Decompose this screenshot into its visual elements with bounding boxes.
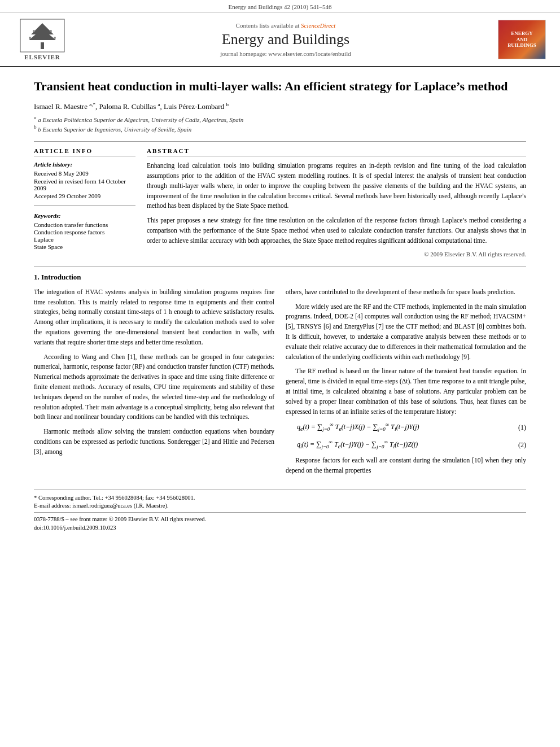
abstract-para-1: Enhancing load calculation tools into bu…: [147, 161, 526, 211]
abstract-body-divider: [34, 267, 526, 267]
journal-title-section: Contents lists available at ScienceDirec…: [79, 22, 492, 57]
abstract-para-2: This paper proposes a new strategy for f…: [147, 216, 526, 246]
elsevier-brand: ELSEVIER: [24, 54, 60, 60]
article-info-abstract: Article Info Article history: Received 8…: [34, 147, 526, 257]
header-divider: [34, 141, 526, 142]
body-two-col: The integration of HVAC systems analysis…: [34, 287, 526, 480]
authors: Ismael R. Maestre a,*, Paloma R. Cubilla…: [34, 102, 526, 111]
abstract-heading: Abstract: [147, 147, 526, 156]
body-para-right-6: Response factors for each wall are const…: [286, 456, 526, 476]
journal-url: journal homepage: www.elsevier.com/locat…: [79, 50, 492, 57]
keywords-label: Keywords:: [34, 212, 135, 219]
body-para-left-1: The integration of HVAC systems analysis…: [34, 287, 274, 348]
email-note: E-mail address: ismael.rodriguez@uca.es …: [34, 503, 526, 509]
affiliations: a a Escuela Politécnica Superior de Alge…: [34, 115, 526, 132]
equation-1-content: qe(t) = ∑j=0∞ Te(t−j)X(j) − ∑j=0∞ Ti(t−j…: [297, 421, 419, 434]
abstract-text: Enhancing load calculation tools into bu…: [147, 161, 526, 246]
corresponding-author-note: * Corresponding author. Tel.: +34 956028…: [34, 495, 526, 501]
svg-rect-2: [41, 42, 44, 49]
svg-point-8: [54, 37, 56, 39]
main-content: Transient heat conduction in multi-layer…: [0, 67, 560, 542]
article-footer: * Corresponding author. Tel.: +34 956028…: [34, 490, 526, 531]
equation-1: qe(t) = ∑j=0∞ Te(t−j)X(j) − ∑j=0∞ Ti(t−j…: [297, 421, 526, 434]
article-info-column: Article Info Article history: Received 8…: [34, 147, 135, 257]
equation-2: qi(t) = ∑j=0∞ Te(t−j)Y(j) − ∑j=0∞ Ti(t−j…: [297, 439, 526, 451]
keyword-3: Laplace: [34, 236, 135, 243]
abstract-copyright: © 2009 Elsevier B.V. All rights reserved…: [147, 251, 526, 257]
svg-point-7: [29, 37, 31, 39]
copyright-notice: 0378-7788/$ – see front matter © 2009 El…: [34, 516, 526, 522]
info-divider: [34, 205, 135, 206]
journal-title: Energy and Buildings: [79, 31, 492, 48]
keyword-1: Conduction transfer functions: [34, 221, 135, 228]
abstract-column: Abstract Enhancing load calculation tool…: [147, 147, 526, 257]
affiliation-a: a a Escuela Politécnica Superior de Alge…: [34, 115, 526, 123]
article-title: Transient heat conduction in multi-layer…: [34, 78, 526, 95]
body-para-left-3: Harmonic methods allow solving the trans…: [34, 427, 274, 457]
section1-title: 1. Introduction: [34, 273, 526, 282]
equation-2-number: (2): [518, 440, 526, 451]
elsevier-logo-section: ELSEVIER: [11, 19, 73, 60]
received-date: Received 8 May 2009: [34, 170, 135, 177]
elsevier-tree-icon: [20, 19, 65, 53]
journal-citation: Energy and Buildings 42 (2010) 541–546: [0, 0, 560, 13]
equation-2-content: qi(t) = ∑j=0∞ Te(t−j)Y(j) − ∑j=0∞ Ti(t−j…: [297, 439, 418, 451]
affiliation-b: b b Escuela Superior de Ingenieros, Univ…: [34, 124, 526, 133]
svg-point-6: [50, 30, 52, 32]
contents-line: Contents lists available at ScienceDirec…: [79, 22, 492, 29]
body-col-right: others, have contributed to the developm…: [286, 287, 526, 480]
svg-point-5: [33, 30, 35, 32]
body-para-right-1: others, have contributed to the developm…: [286, 287, 526, 298]
accepted-date: Accepted 29 October 2009: [34, 193, 135, 199]
journal-header: ELSEVIER Contents lists available at Sci…: [0, 13, 560, 67]
journal-cover-image: ENERGYANDBUILDINGS: [498, 20, 546, 59]
journal-cover-section: ENERGYANDBUILDINGS: [498, 20, 549, 59]
equation-1-number: (1): [518, 422, 526, 433]
body-para-left-2: According to Wang and Chen [1], these me…: [34, 352, 274, 423]
keyword-2: Conduction response factors: [34, 229, 135, 235]
keyword-4: State Space: [34, 243, 135, 250]
article-info-heading: Article Info: [34, 147, 135, 156]
footer-divider: [34, 512, 526, 513]
body-col-left: The integration of HVAC systems analysis…: [34, 287, 274, 480]
sciencedirect-link[interactable]: ScienceDirect: [301, 22, 335, 29]
body-para-right-3: The RF method is based on the linear nat…: [286, 366, 526, 417]
history-label: Article history:: [34, 161, 135, 168]
body-para-right-2: More widely used are the RF and the CTF …: [286, 302, 526, 362]
revised-date: Received in revised form 14 October 2009: [34, 178, 135, 191]
doi-line: doi:10.1016/j.enbuild.2009.10.023: [34, 525, 526, 531]
